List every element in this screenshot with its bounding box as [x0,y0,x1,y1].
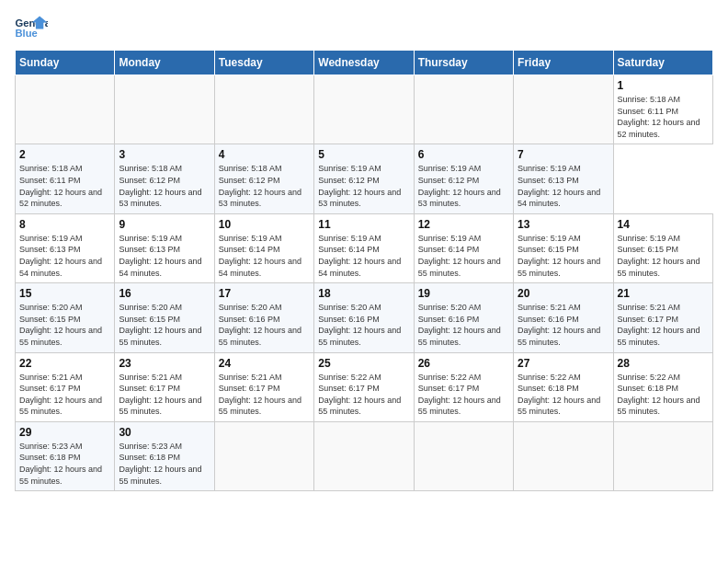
day-info: Sunrise: 5:20 AMSunset: 6:16 PMDaylight:… [418,302,509,348]
calendar-week-row: 2Sunrise: 5:18 AMSunset: 6:11 PMDaylight… [16,144,713,213]
day-number: 19 [418,287,509,300]
day-info: Sunrise: 5:20 AMSunset: 6:16 PMDaylight:… [219,302,310,348]
day-number: 1 [618,79,709,92]
day-info: Sunrise: 5:18 AMSunset: 6:12 PMDaylight:… [219,163,310,209]
day-info: Sunrise: 5:18 AMSunset: 6:11 PMDaylight:… [618,94,709,140]
calendar-cell: 9Sunrise: 5:19 AMSunset: 6:13 PMDaylight… [115,213,214,282]
day-info: Sunrise: 5:20 AMSunset: 6:16 PMDaylight:… [318,302,409,348]
day-number: 13 [518,218,609,231]
day-number: 20 [518,287,609,300]
calendar-cell [414,75,513,144]
calendar-cell: 26Sunrise: 5:22 AMSunset: 6:17 PMDayligh… [414,352,513,421]
day-number: 15 [19,287,110,300]
calendar-cell [214,421,313,490]
calendar-week-row: 29Sunrise: 5:23 AMSunset: 6:18 PMDayligh… [16,421,713,490]
calendar-cell: 19Sunrise: 5:20 AMSunset: 6:16 PMDayligh… [414,283,513,352]
day-number: 3 [119,148,210,161]
day-info: Sunrise: 5:22 AMSunset: 6:17 PMDaylight:… [318,372,409,418]
calendar-cell [115,75,214,144]
calendar-cell: 7Sunrise: 5:19 AMSunset: 6:13 PMDaylight… [514,144,613,213]
day-number: 8 [19,218,110,231]
calendar-cell [16,75,115,144]
day-number: 14 [618,218,709,231]
day-info: Sunrise: 5:18 AMSunset: 6:11 PMDaylight:… [19,163,110,209]
calendar-cell: 14Sunrise: 5:19 AMSunset: 6:15 PMDayligh… [613,213,712,282]
calendar-week-row: 8Sunrise: 5:19 AMSunset: 6:13 PMDaylight… [16,213,713,282]
day-info: Sunrise: 5:19 AMSunset: 6:12 PMDaylight:… [318,163,409,209]
day-info: Sunrise: 5:19 AMSunset: 6:13 PMDaylight:… [518,163,609,209]
col-saturday: Saturday [613,51,712,75]
col-tuesday: Tuesday [214,51,313,75]
calendar-cell: 11Sunrise: 5:19 AMSunset: 6:14 PMDayligh… [314,213,414,282]
calendar-week-row: 22Sunrise: 5:21 AMSunset: 6:17 PMDayligh… [16,352,713,421]
day-number: 26 [418,357,509,370]
calendar-cell: 30Sunrise: 5:23 AMSunset: 6:18 PMDayligh… [115,421,214,490]
col-wednesday: Wednesday [314,51,414,75]
day-info: Sunrise: 5:23 AMSunset: 6:18 PMDaylight:… [19,441,110,487]
calendar-cell [514,421,613,490]
day-number: 2 [19,148,110,161]
svg-text:Blue: Blue [16,28,38,39]
day-info: Sunrise: 5:21 AMSunset: 6:17 PMDaylight:… [618,302,709,348]
col-monday: Monday [115,51,214,75]
col-sunday: Sunday [16,51,115,75]
calendar-week-row: 15Sunrise: 5:20 AMSunset: 6:15 PMDayligh… [16,283,713,352]
day-info: Sunrise: 5:23 AMSunset: 6:18 PMDaylight:… [119,441,210,487]
day-number: 28 [618,357,709,370]
day-info: Sunrise: 5:20 AMSunset: 6:15 PMDaylight:… [19,302,110,348]
day-info: Sunrise: 5:19 AMSunset: 6:14 PMDaylight:… [418,233,509,279]
day-number: 7 [518,148,609,161]
logo-icon: General Blue [15,15,48,40]
calendar-cell: 1Sunrise: 5:18 AMSunset: 6:11 PMDaylight… [613,75,712,144]
calendar: Sunday Monday Tuesday Wednesday Thursday… [15,50,713,491]
day-info: Sunrise: 5:19 AMSunset: 6:14 PMDaylight:… [219,233,310,279]
calendar-cell: 4Sunrise: 5:18 AMSunset: 6:12 PMDaylight… [214,144,313,213]
day-number: 23 [119,357,210,370]
day-info: Sunrise: 5:19 AMSunset: 6:12 PMDaylight:… [418,163,509,209]
day-number: 16 [119,287,210,300]
calendar-cell: 2Sunrise: 5:18 AMSunset: 6:11 PMDaylight… [16,144,115,213]
calendar-cell: 15Sunrise: 5:20 AMSunset: 6:15 PMDayligh… [16,283,115,352]
day-number: 10 [219,218,310,231]
calendar-week-row: 1Sunrise: 5:18 AMSunset: 6:11 PMDaylight… [16,75,713,144]
day-info: Sunrise: 5:22 AMSunset: 6:18 PMDaylight:… [518,372,609,418]
calendar-header-row: Sunday Monday Tuesday Wednesday Thursday… [16,51,713,75]
day-number: 21 [618,287,709,300]
day-number: 25 [318,357,409,370]
day-info: Sunrise: 5:18 AMSunset: 6:12 PMDaylight:… [119,163,210,209]
calendar-cell [314,421,414,490]
day-info: Sunrise: 5:22 AMSunset: 6:18 PMDaylight:… [618,372,709,418]
calendar-cell: 17Sunrise: 5:20 AMSunset: 6:16 PMDayligh… [214,283,313,352]
calendar-cell: 21Sunrise: 5:21 AMSunset: 6:17 PMDayligh… [613,283,712,352]
calendar-cell [514,75,613,144]
header: General Blue [15,15,713,40]
logo: General Blue [15,15,48,40]
day-number: 9 [119,218,210,231]
day-info: Sunrise: 5:21 AMSunset: 6:17 PMDaylight:… [219,372,310,418]
col-friday: Friday [514,51,613,75]
day-info: Sunrise: 5:20 AMSunset: 6:15 PMDaylight:… [119,302,210,348]
day-info: Sunrise: 5:19 AMSunset: 6:15 PMDaylight:… [518,233,609,279]
day-number: 18 [318,287,409,300]
calendar-cell: 6Sunrise: 5:19 AMSunset: 6:12 PMDaylight… [414,144,513,213]
day-number: 12 [418,218,509,231]
calendar-cell: 22Sunrise: 5:21 AMSunset: 6:17 PMDayligh… [16,352,115,421]
calendar-cell [214,75,313,144]
day-info: Sunrise: 5:21 AMSunset: 6:16 PMDaylight:… [518,302,609,348]
day-number: 17 [219,287,310,300]
calendar-cell: 10Sunrise: 5:19 AMSunset: 6:14 PMDayligh… [214,213,313,282]
calendar-cell: 23Sunrise: 5:21 AMSunset: 6:17 PMDayligh… [115,352,214,421]
day-number: 24 [219,357,310,370]
calendar-cell: 3Sunrise: 5:18 AMSunset: 6:12 PMDaylight… [115,144,214,213]
day-number: 11 [318,218,409,231]
calendar-cell: 29Sunrise: 5:23 AMSunset: 6:18 PMDayligh… [16,421,115,490]
day-number: 5 [318,148,409,161]
calendar-cell [414,421,513,490]
day-number: 6 [418,148,509,161]
calendar-cell: 16Sunrise: 5:20 AMSunset: 6:15 PMDayligh… [115,283,214,352]
calendar-cell: 27Sunrise: 5:22 AMSunset: 6:18 PMDayligh… [514,352,613,421]
calendar-cell: 28Sunrise: 5:22 AMSunset: 6:18 PMDayligh… [613,352,712,421]
calendar-cell: 18Sunrise: 5:20 AMSunset: 6:16 PMDayligh… [314,283,414,352]
day-info: Sunrise: 5:19 AMSunset: 6:15 PMDaylight:… [618,233,709,279]
calendar-cell: 25Sunrise: 5:22 AMSunset: 6:17 PMDayligh… [314,352,414,421]
